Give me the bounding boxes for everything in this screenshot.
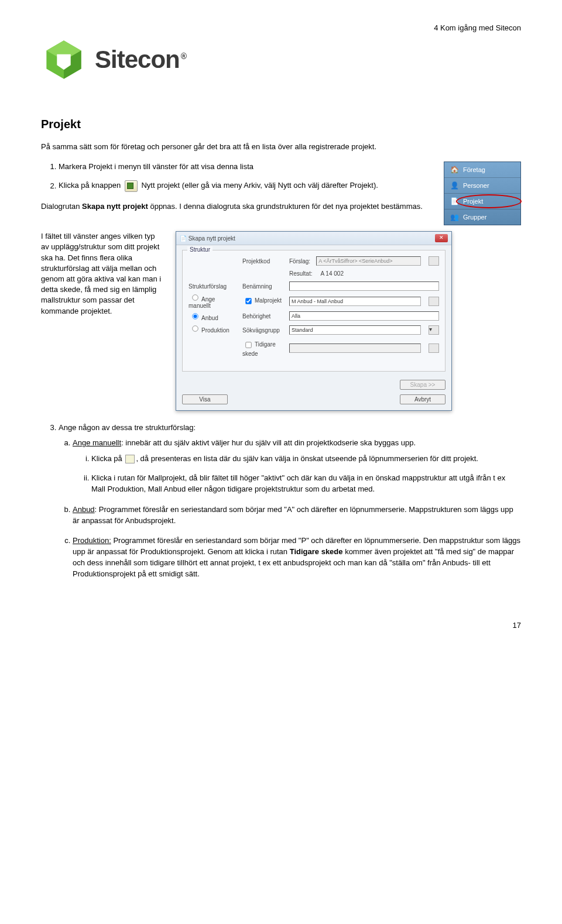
label-sokvagsgrupp: Sökvägsgrupp bbox=[242, 327, 283, 334]
picker-icon bbox=[125, 455, 135, 463]
forslag-picker-button[interactable] bbox=[429, 256, 439, 266]
radio-anbud[interactable]: Anbud bbox=[189, 311, 237, 321]
step-3: Ange någon av dessa tre strukturförslag:… bbox=[59, 423, 521, 580]
radio-ange-manuellt[interactable]: Ange manuellt bbox=[189, 292, 237, 309]
header-breadcrumb: 4 Kom igång med Sitecon bbox=[41, 23, 521, 32]
sub-a-rest: : innebär att du själv aktivt väljer hur… bbox=[121, 438, 416, 447]
logo-word: Sitecon bbox=[95, 46, 180, 73]
nav-label: Personer bbox=[463, 182, 489, 189]
nav-item-foretag: 🏠 Företag bbox=[444, 162, 520, 178]
section-heading: Projekt bbox=[41, 118, 521, 131]
field-benamning[interactable] bbox=[289, 281, 439, 291]
field-behorighet[interactable]: Alla bbox=[289, 311, 439, 321]
label-projektkod: Projektkod bbox=[242, 258, 283, 265]
sub-b-lead: Anbud bbox=[73, 505, 95, 514]
field-malprojekt[interactable]: M Anbud - Mall Anbud bbox=[289, 297, 421, 306]
logo-registered: ® bbox=[181, 51, 186, 61]
close-icon[interactable]: ✕ bbox=[435, 234, 448, 242]
nav-item-grupper: 👥 Grupper bbox=[444, 209, 520, 225]
value-resultat: A 14 002 bbox=[320, 270, 343, 277]
sub-a: Ange manuellt: innebär att du själv akti… bbox=[73, 438, 521, 494]
radio-produktion[interactable]: Produktion bbox=[189, 323, 237, 334]
nav-panel-screenshot: 🏠 Företag 👤 Personer 📄 Projekt 👥 Grupper bbox=[444, 162, 521, 225]
group-icon: 👥 bbox=[449, 212, 460, 222]
logo-text: Sitecon® bbox=[95, 46, 186, 74]
dp-c: öppnas. I denna dialogruta ska grundstru… bbox=[148, 202, 423, 211]
sub-a-lead: Ange manuellt bbox=[73, 438, 121, 447]
sub-c-bold: Tidigare skede bbox=[290, 547, 343, 556]
visa-button[interactable]: Visa bbox=[182, 394, 228, 404]
nav-label: Företag bbox=[463, 166, 485, 173]
struktur-group: Struktur Strukturförslag Ange manuellt A… bbox=[182, 250, 446, 372]
label-strukturforslag: Strukturförslag bbox=[189, 283, 237, 290]
label-behorighet: Behörighet bbox=[242, 313, 283, 320]
step-2-text-b: Nytt projekt (eller gå via meny Arkiv, v… bbox=[141, 181, 378, 190]
explanation-left-column: I fältet till vänster anges vilken typ a… bbox=[41, 231, 164, 317]
highlight-circle-icon bbox=[456, 194, 522, 208]
group-label: Struktur bbox=[187, 246, 213, 253]
dialog-title-text: 📄 Skapa nytt projekt bbox=[180, 235, 235, 242]
label-malprojekt: Malprojekt bbox=[255, 297, 282, 304]
substeps-list: Ange manuellt: innebär att du själv akti… bbox=[73, 438, 521, 579]
field-sokvagsgrupp[interactable]: Standard bbox=[289, 325, 421, 335]
sub-c-lead: Produktion: bbox=[73, 536, 111, 545]
sub-a-ii: Klicka i rutan för Mallprojekt, då blir … bbox=[91, 473, 521, 495]
tidigare-picker-button[interactable] bbox=[429, 344, 439, 353]
label-forslag: Förslag: bbox=[289, 258, 310, 265]
logo-mark-icon bbox=[41, 37, 87, 83]
brand-logo: Sitecon® bbox=[41, 37, 521, 83]
skapa-button[interactable]: Skapa >> bbox=[400, 380, 446, 390]
nav-item-projekt: 📄 Projekt bbox=[444, 194, 520, 209]
nav-item-personer: 👤 Personer bbox=[444, 178, 520, 194]
label-benamning: Benämning bbox=[242, 283, 283, 290]
sub-c: Produktion: Programmet föreslår en serie… bbox=[73, 535, 521, 579]
new-project-icon bbox=[125, 180, 138, 192]
sub-b: Anbud: Programmet föreslår en seriestand… bbox=[73, 504, 521, 527]
person-icon: 👤 bbox=[449, 180, 460, 191]
sub-a-i: Klicka på , då presenteras en lista där … bbox=[91, 454, 521, 465]
checkbox-tidigare-skede[interactable] bbox=[245, 342, 251, 348]
dp-b: Skapa nytt projekt bbox=[82, 202, 148, 211]
step-2-text-a: Klicka på knappen bbox=[59, 181, 123, 190]
sub-a-i-post: , då presenteras en lista där du själv k… bbox=[136, 454, 478, 463]
field-forslag: A <ÅrTvåSiffror> <SerieAnbud> bbox=[316, 256, 421, 266]
malprojekt-picker-button[interactable] bbox=[429, 297, 439, 306]
checkbox-malprojekt[interactable] bbox=[245, 298, 251, 304]
dialog-skapa-nytt-projekt: 📄 Skapa nytt projekt ✕ Struktur Struktur… bbox=[176, 231, 452, 411]
field-tidigare-skede bbox=[289, 344, 421, 353]
sokvag-dropdown-button[interactable]: ▾ bbox=[429, 325, 439, 335]
sub-a-roman: Klicka på , då presenteras en lista där … bbox=[91, 454, 521, 495]
avbryt-button[interactable]: Avbryt bbox=[400, 394, 446, 404]
page-number: 17 bbox=[41, 621, 521, 630]
sub-a-i-pre: Klicka på bbox=[91, 454, 124, 463]
steps-list-continued: Ange någon av dessa tre strukturförslag:… bbox=[59, 423, 521, 580]
label-resultat: Resultat: bbox=[289, 270, 312, 277]
struktur-radio-group: Ange manuellt Anbud Produktion bbox=[189, 292, 237, 334]
nav-label: Grupper bbox=[463, 214, 486, 221]
dp-a: Dialogrutan bbox=[41, 202, 82, 211]
step-3-text: Ange någon av dessa tre strukturförslag: bbox=[59, 423, 196, 432]
house-icon: 🏠 bbox=[449, 164, 460, 175]
intro-paragraph: På samma sätt som för företag och person… bbox=[41, 142, 521, 152]
sub-b-rest: : Programmet föreslår en seriestandard s… bbox=[73, 505, 513, 525]
